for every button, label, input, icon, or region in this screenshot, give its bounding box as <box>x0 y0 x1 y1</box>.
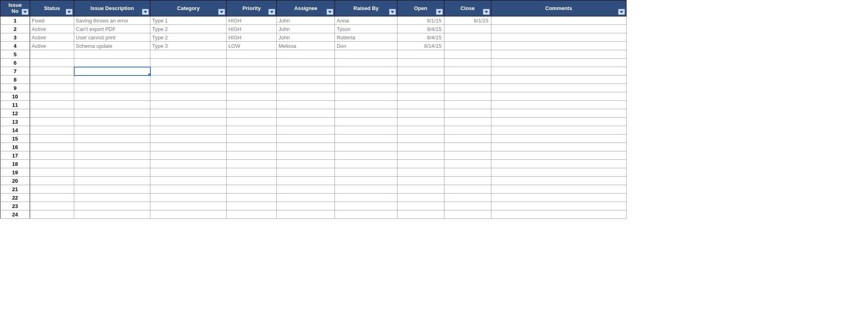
cell-raised_by[interactable]: Tyson <box>335 25 397 33</box>
cell-status[interactable] <box>30 109 74 118</box>
cell-comments[interactable] <box>491 135 626 143</box>
cell-raised_by[interactable] <box>335 50 397 59</box>
cell-desc[interactable] <box>74 109 150 118</box>
cell-assignee[interactable] <box>277 67 335 75</box>
cell-priority[interactable] <box>227 84 277 92</box>
cell-assignee[interactable]: John <box>277 16 335 25</box>
cell-comments[interactable] <box>491 185 626 194</box>
cell-comments[interactable] <box>491 109 626 118</box>
cell-open[interactable] <box>397 50 444 59</box>
cell-priority[interactable]: HIGH <box>227 25 277 33</box>
cell-priority[interactable] <box>227 59 277 67</box>
cell-status[interactable] <box>30 59 74 67</box>
filter-dropdown-icon[interactable] <box>389 9 396 15</box>
cell-issue_no[interactable]: 6 <box>0 59 30 67</box>
cell-comments[interactable] <box>491 84 626 92</box>
cell-desc[interactable] <box>74 202 150 210</box>
cell-status[interactable] <box>30 135 74 143</box>
cell-category[interactable] <box>150 143 227 151</box>
cell-priority[interactable] <box>227 118 277 126</box>
cell-open[interactable] <box>397 67 444 75</box>
cell-desc[interactable] <box>74 177 150 185</box>
cell-assignee[interactable] <box>277 185 335 194</box>
cell-comments[interactable] <box>491 151 626 160</box>
cell-raised_by[interactable] <box>335 177 397 185</box>
cell-open[interactable]: 8/14/15 <box>397 42 444 50</box>
cell-category[interactable] <box>150 59 227 67</box>
cell-status[interactable]: Active <box>30 42 74 50</box>
filter-dropdown-icon[interactable] <box>618 9 625 15</box>
cell-raised_by[interactable] <box>335 143 397 151</box>
cell-status[interactable] <box>30 202 74 210</box>
cell-raised_by[interactable] <box>335 210 397 219</box>
cell-desc[interactable] <box>74 210 150 219</box>
cell-desc[interactable] <box>74 135 150 143</box>
filter-dropdown-icon[interactable] <box>22 9 28 15</box>
cell-category[interactable] <box>150 109 227 118</box>
cell-desc[interactable] <box>74 151 150 160</box>
cell-close[interactable]: 8/1/15 <box>444 16 491 25</box>
cell-assignee[interactable] <box>277 118 335 126</box>
cell-close[interactable] <box>444 185 491 194</box>
cell-raised_by[interactable] <box>335 126 397 135</box>
cell-issue_no[interactable]: 11 <box>0 101 30 109</box>
cell-priority[interactable] <box>227 194 277 202</box>
cell-status[interactable]: Active <box>30 33 74 42</box>
cell-category[interactable] <box>150 177 227 185</box>
cell-status[interactable]: Fixed <box>30 16 74 25</box>
cell-desc[interactable] <box>74 143 150 151</box>
cell-open[interactable]: 8/1/15 <box>397 16 444 25</box>
cell-status[interactable] <box>30 84 74 92</box>
cell-priority[interactable] <box>227 177 277 185</box>
cell-priority[interactable] <box>227 50 277 59</box>
cell-open[interactable] <box>397 194 444 202</box>
cell-category[interactable] <box>150 75 227 84</box>
cell-category[interactable] <box>150 84 227 92</box>
cell-priority[interactable]: LOW <box>227 42 277 50</box>
cell-status[interactable] <box>30 185 74 194</box>
cell-priority[interactable] <box>227 202 277 210</box>
cell-issue_no[interactable]: 18 <box>0 160 30 168</box>
cell-comments[interactable] <box>491 59 626 67</box>
cell-status[interactable] <box>30 151 74 160</box>
cell-raised_by[interactable] <box>335 84 397 92</box>
cell-desc[interactable] <box>74 59 150 67</box>
cell-desc[interactable] <box>74 194 150 202</box>
cell-category[interactable] <box>150 168 227 177</box>
cell-priority[interactable] <box>227 151 277 160</box>
cell-desc[interactable] <box>74 126 150 135</box>
cell-comments[interactable] <box>491 143 626 151</box>
cell-desc[interactable]: Can't export PDF <box>74 25 150 33</box>
cell-assignee[interactable]: John <box>277 33 335 42</box>
cell-comments[interactable] <box>491 210 626 219</box>
cell-issue_no[interactable]: 9 <box>0 84 30 92</box>
cell-close[interactable] <box>444 33 491 42</box>
cell-assignee[interactable] <box>277 151 335 160</box>
cell-priority[interactable] <box>227 135 277 143</box>
cell-desc[interactable]: User cannot print <box>74 33 150 42</box>
cell-category[interactable] <box>150 67 227 75</box>
cell-category[interactable] <box>150 210 227 219</box>
cell-raised_by[interactable] <box>335 202 397 210</box>
cell-category[interactable]: Type 3 <box>150 42 227 50</box>
cell-issue_no[interactable]: 19 <box>0 168 30 177</box>
cell-open[interactable] <box>397 109 444 118</box>
cell-close[interactable] <box>444 151 491 160</box>
cell-comments[interactable] <box>491 168 626 177</box>
cell-close[interactable] <box>444 160 491 168</box>
cell-comments[interactable] <box>491 177 626 185</box>
cell-issue_no[interactable]: 24 <box>0 210 30 219</box>
cell-status[interactable] <box>30 75 74 84</box>
cell-assignee[interactable] <box>277 160 335 168</box>
cell-close[interactable] <box>444 135 491 143</box>
cell-raised_by[interactable]: Don <box>335 42 397 50</box>
cell-desc[interactable] <box>74 50 150 59</box>
cell-assignee[interactable] <box>277 75 335 84</box>
cell-open[interactable] <box>397 59 444 67</box>
cell-comments[interactable] <box>491 202 626 210</box>
cell-issue_no[interactable]: 3 <box>0 33 30 42</box>
cell-comments[interactable] <box>491 160 626 168</box>
cell-open[interactable] <box>397 126 444 135</box>
cell-close[interactable] <box>444 50 491 59</box>
cell-assignee[interactable] <box>277 59 335 67</box>
